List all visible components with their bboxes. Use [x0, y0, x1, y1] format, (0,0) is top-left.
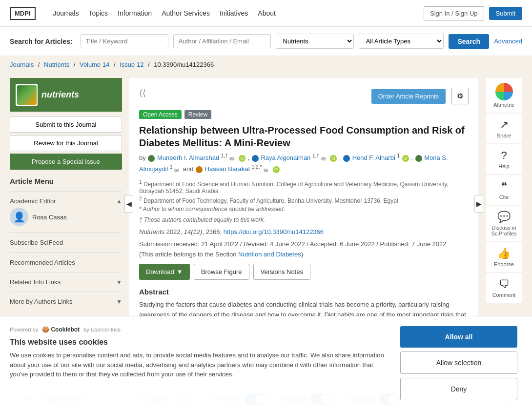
panel-collapse-right-icon[interactable]: ▶	[474, 195, 483, 213]
email-icon-1: ✉	[229, 155, 236, 162]
versions-notes-button[interactable]: Versions Notes	[253, 264, 310, 280]
nav-author-services[interactable]: Author Services	[162, 9, 210, 17]
dates-line: Submission received: 21 April 2022 / Rev…	[139, 240, 469, 248]
nav-initiatives[interactable]: Initiatives	[220, 9, 248, 17]
author-5-link[interactable]: Hassan Barakat	[205, 165, 250, 173]
recommended-section: Recommended Articles	[10, 252, 122, 272]
author-3-link[interactable]: Hend F. Alharbi	[352, 154, 395, 161]
panel-top-bar: ⟨⟨ Order Article Reprints ⚙	[139, 88, 469, 104]
author-2-link[interactable]: Raya Algonaiman	[261, 154, 310, 161]
orcid-icon-3: O	[402, 155, 409, 162]
submit-button[interactable]: Submit	[489, 7, 522, 20]
article-meta: Nutrients 2022, 14(12), 2366; https://do…	[139, 228, 469, 235]
order-reprints-button[interactable]: Order Article Reprints	[371, 89, 446, 104]
author-icon-5	[196, 166, 203, 173]
nav-journals[interactable]: Journals	[53, 9, 79, 17]
author-icon-4	[415, 155, 422, 162]
download-button[interactable]: Download ▼	[139, 264, 190, 280]
comment-label: Comment	[488, 292, 520, 298]
breadcrumb-volume[interactable]: Volume 14	[80, 61, 109, 68]
panel-nav-left-icon[interactable]: ⟨⟨	[139, 88, 146, 98]
user-icon: 👤	[13, 211, 25, 223]
journal-name: nutrients	[41, 90, 79, 100]
more-by-label[interactable]: More by Authors Links	[10, 298, 73, 305]
more-by-chevron-icon[interactable]: ▼	[116, 298, 122, 305]
endorse-item[interactable]: 👍 Endorse	[486, 242, 522, 272]
note-dagger: † These authors contributed equally to t…	[139, 216, 469, 223]
download-label: Download	[146, 268, 174, 275]
academic-editor-section: Academic Editor ▲ 👤 Rosa Casas	[10, 191, 122, 232]
help-item[interactable]: ? Help	[486, 144, 522, 174]
abstract-title: Abstract	[139, 288, 469, 296]
journal-icon	[16, 84, 38, 106]
advanced-search-link[interactable]: Advanced	[494, 38, 522, 45]
email-icon-2: ✉	[321, 155, 328, 162]
by-usercentrics-label: by Usercentrics	[83, 327, 121, 332]
cookie-logo: Powered by 🍪 Cookiebot by Usercentrics	[10, 326, 390, 333]
avatar: 👤	[10, 208, 28, 226]
review-for-journal-button[interactable]: Review for this Journal	[10, 135, 122, 151]
authors-line: by Muneerh I. Almarshad 1,† ✉ O , Raya A…	[139, 152, 469, 175]
main-content: nutrients Submit to this Journal Review …	[0, 73, 532, 335]
browse-figure-button[interactable]: Browse Figure	[194, 264, 249, 280]
share-icon: ↗	[488, 118, 520, 131]
cookie-banner: Powered by 🍪 Cookiebot by Usercentrics T…	[0, 316, 532, 335]
breadcrumb-journals[interactable]: Journals	[10, 61, 34, 68]
article-badges: Open Access Review	[139, 110, 469, 119]
help-icon: ?	[488, 149, 520, 162]
author-input[interactable]	[173, 34, 271, 48]
academic-editor-chevron-icon[interactable]: ▲	[116, 198, 122, 205]
download-chevron-icon: ▼	[177, 268, 183, 275]
discuss-item[interactable]: 💬 Discuss in SciProfiles	[486, 206, 522, 241]
search-bar: Search for Articles: Nutrients All Artic…	[0, 27, 532, 56]
breadcrumb-issue[interactable]: Issue 12	[120, 61, 143, 68]
nav-information[interactable]: Information	[118, 9, 152, 17]
settings-gear-icon[interactable]: ⚙	[451, 88, 469, 104]
author-icon-3	[343, 155, 350, 162]
logo[interactable]: MDPI	[10, 7, 39, 20]
email-icon-5: ✉	[264, 166, 270, 173]
subscribe-section: Subscribe SciFeed	[10, 232, 122, 252]
journal-header: nutrients	[10, 78, 122, 112]
main-nav: Journals Topics Information Author Servi…	[53, 9, 424, 17]
note-star: * Author to whom correspondence should b…	[139, 206, 469, 213]
nav-about[interactable]: About	[258, 9, 276, 17]
article-menu-title: Article Menu	[10, 177, 122, 185]
search-button[interactable]: Search	[449, 34, 489, 49]
editor-name: Rosa Casas	[32, 214, 67, 221]
metrics-sidebar: Altmetric ↗ Share ? Help ❝ Cite 💬 Discus…	[486, 78, 522, 330]
cite-label: Cite	[488, 194, 520, 200]
breadcrumb: Journals / Nutrients / Volume 14 / Issue…	[0, 56, 532, 73]
doi-link[interactable]: https://doi.org/10.3390/nu14122366	[224, 228, 324, 235]
panel-collapse-left-icon[interactable]: ◀	[124, 195, 133, 213]
logo-box: MDPI	[10, 7, 36, 20]
discuss-icon: 💬	[488, 211, 520, 223]
email-icon-4: ✉	[174, 166, 181, 173]
help-label: Help	[488, 163, 520, 169]
altmetric-item[interactable]: Altmetric	[486, 78, 522, 113]
altmetric-circle	[495, 83, 513, 100]
section-link[interactable]: Nutrition and Diabetes	[238, 251, 301, 258]
title-keyword-input[interactable]	[81, 34, 168, 48]
article-type-select[interactable]: All Article Types	[359, 34, 444, 49]
breadcrumb-nutrients[interactable]: Nutrients	[44, 61, 69, 68]
subject-select[interactable]: Nutrients	[276, 34, 354, 49]
submit-to-journal-button[interactable]: Submit to this Journal	[10, 117, 122, 133]
allow-all-button[interactable]: Allow all	[400, 326, 517, 335]
cookiebot-name: 🍪 Cookiebot	[42, 326, 80, 333]
author-1-link[interactable]: Muneerh I. Almarshad	[157, 154, 219, 161]
recommended-label[interactable]: Recommended Articles	[10, 259, 75, 266]
article-menu: Article Menu Academic Editor ▲ 👤 Rosa Ca…	[10, 177, 122, 311]
nav-topics[interactable]: Topics	[88, 9, 108, 17]
related-info-chevron-icon[interactable]: ▼	[116, 279, 122, 286]
related-info-label[interactable]: Related Info Links	[10, 278, 61, 286]
comment-item[interactable]: 🗨 Comment	[486, 273, 522, 303]
comment-icon: 🗨	[488, 278, 520, 291]
share-item[interactable]: ↗ Share	[486, 114, 522, 143]
orcid-icon-5: O	[273, 166, 280, 173]
cite-item[interactable]: ❝ Cite	[486, 175, 522, 205]
sign-in-button[interactable]: Sign In / Sign Up	[424, 6, 484, 20]
academic-editor-label: Academic Editor	[10, 197, 56, 205]
subscribe-label[interactable]: Subscribe SciFeed	[10, 239, 63, 246]
propose-special-issue-button[interactable]: Propose a Special Issue	[10, 154, 122, 170]
